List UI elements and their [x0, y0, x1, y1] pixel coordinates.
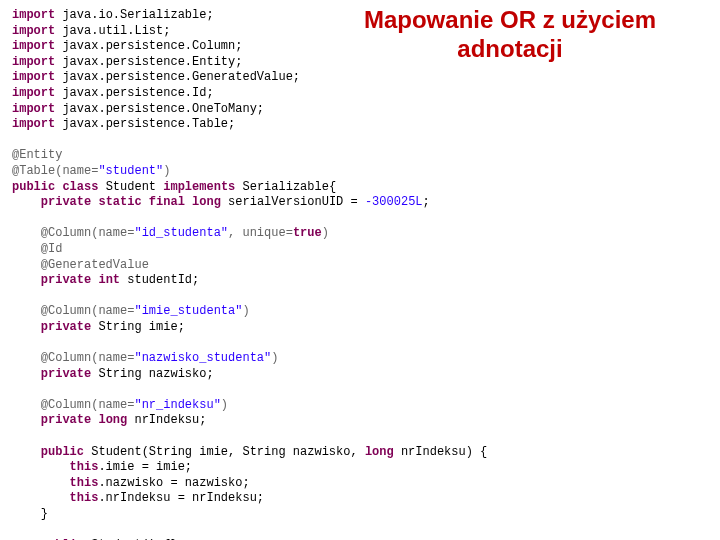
import-path: javax.persistence.GeneratedValue;: [62, 70, 300, 84]
keyword-public: public: [41, 445, 84, 459]
keyword-this: this: [70, 476, 99, 490]
keyword-true: true: [293, 226, 322, 240]
keyword-private: private: [41, 367, 91, 381]
keyword-import: import: [12, 55, 55, 69]
ctor-sig: nrIndeksu) {: [394, 445, 488, 459]
keyword-long: long: [98, 413, 127, 427]
annotation-close: ): [221, 398, 228, 412]
semicolon: ;: [423, 195, 430, 209]
keyword-private: private: [41, 273, 91, 287]
annotation-close: ): [163, 164, 170, 178]
keyword-import: import: [12, 24, 55, 38]
annotation-close: ): [322, 226, 329, 240]
import-path: javax.persistence.Entity;: [62, 55, 242, 69]
keyword-private: private: [41, 195, 91, 209]
keyword-implements: implements: [163, 180, 235, 194]
assignment: .nrIndeksu = nrIndeksu;: [98, 491, 264, 505]
interface-name: Serializable{: [242, 180, 336, 194]
keyword-static: static: [98, 195, 141, 209]
import-path: java.util.List;: [62, 24, 170, 38]
number-literal: -300025L: [365, 195, 423, 209]
import-path: javax.persistence.OneToMany;: [62, 102, 264, 116]
keyword-long: long: [365, 445, 394, 459]
field-name: nrIndeksu;: [134, 413, 206, 427]
keyword-import: import: [12, 8, 55, 22]
string-literal: "student": [98, 164, 163, 178]
annotation-id: @Id: [41, 242, 63, 256]
annotation-entity: @Entity: [12, 148, 62, 162]
slide-title: Mapowanie OR z użyciem adnotacji: [320, 6, 700, 64]
keyword-import: import: [12, 102, 55, 116]
string-literal: "nr_indeksu": [134, 398, 220, 412]
brace-close: }: [41, 507, 48, 521]
keyword-import: import: [12, 70, 55, 84]
keyword-private: private: [41, 413, 91, 427]
annotation-table: @Table(name=: [12, 164, 98, 178]
keyword-class: class: [62, 180, 98, 194]
keyword-import: import: [12, 117, 55, 131]
string-literal: "nazwisko_studenta": [134, 351, 271, 365]
annotation-column: @Column(name=: [41, 304, 135, 318]
field-decl: String imie;: [98, 320, 184, 334]
assignment: .imie = imie;: [98, 460, 192, 474]
annotation-unique: , unique=: [228, 226, 293, 240]
annotation-generated: @GeneratedValue: [41, 258, 149, 272]
code-block: import java.io.Serializable; import java…: [12, 8, 708, 540]
string-literal: "id_studenta": [134, 226, 228, 240]
field-name: studentId;: [127, 273, 199, 287]
string-literal: "imie_studenta": [134, 304, 242, 318]
import-path: javax.persistence.Column;: [62, 39, 242, 53]
annotation-close: ): [271, 351, 278, 365]
keyword-final: final: [149, 195, 185, 209]
keyword-public: public: [12, 180, 55, 194]
keyword-private: private: [41, 320, 91, 334]
keyword-this: this: [70, 491, 99, 505]
keyword-this: this: [70, 460, 99, 474]
annotation-close: ): [242, 304, 249, 318]
field-decl: String nazwisko;: [98, 367, 213, 381]
annotation-column: @Column(name=: [41, 398, 135, 412]
import-path: java.io.Serializable;: [62, 8, 213, 22]
annotation-column: @Column(name=: [41, 226, 135, 240]
annotation-column: @Column(name=: [41, 351, 135, 365]
keyword-import: import: [12, 86, 55, 100]
keyword-long: long: [192, 195, 221, 209]
field-name: serialVersionUID =: [228, 195, 365, 209]
keyword-int: int: [98, 273, 120, 287]
ctor-sig: Student(String imie, String nazwisko,: [91, 445, 365, 459]
assignment: .nazwisko = nazwisko;: [98, 476, 249, 490]
import-path: javax.persistence.Id;: [62, 86, 213, 100]
import-path: javax.persistence.Table;: [62, 117, 235, 131]
keyword-import: import: [12, 39, 55, 53]
class-name: Student: [106, 180, 156, 194]
